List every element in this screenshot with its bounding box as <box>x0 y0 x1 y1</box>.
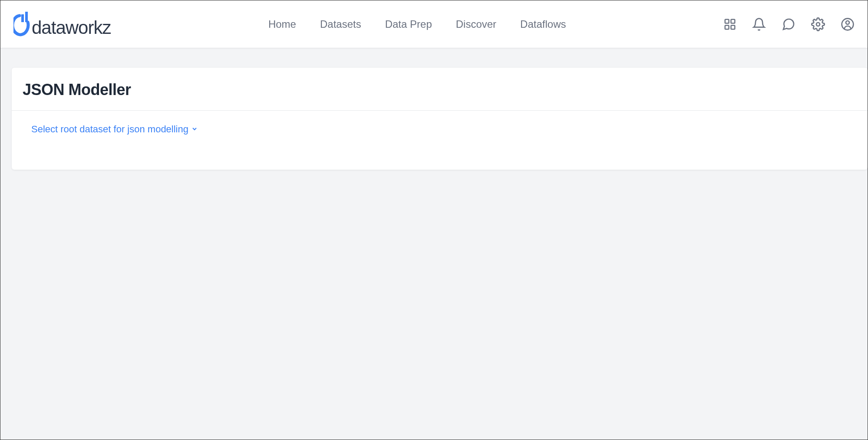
brand-name: dataworkz <box>32 17 111 38</box>
svg-rect-0 <box>21 14 24 22</box>
panel-body: Select root dataset for json modelling <box>12 111 868 157</box>
brand-logo[interactable]: dataworkz <box>13 9 111 39</box>
header-icon-group <box>723 17 855 31</box>
svg-rect-5 <box>731 25 735 29</box>
root-dataset-selector-label: Select root dataset for json modelling <box>31 124 188 135</box>
app-window: dataworkz Home Datasets Data Prep Discov… <box>0 0 868 440</box>
user-profile-icon[interactable] <box>841 17 855 31</box>
svg-rect-1 <box>25 12 28 22</box>
apps-grid-icon[interactable] <box>723 18 736 31</box>
chevron-down-icon <box>191 124 198 135</box>
nav-datasets[interactable]: Datasets <box>320 18 361 30</box>
svg-rect-4 <box>725 25 729 29</box>
svg-rect-3 <box>731 19 735 23</box>
content-area: JSON Modeller Select root dataset for js… <box>0 48 868 170</box>
nav-discover[interactable]: Discover <box>456 18 496 30</box>
notifications-icon[interactable] <box>752 17 766 31</box>
svg-point-6 <box>816 23 820 26</box>
svg-point-8 <box>846 21 849 24</box>
panel-header: JSON Modeller <box>12 68 868 111</box>
json-modeller-panel: JSON Modeller Select root dataset for js… <box>12 68 868 170</box>
settings-icon[interactable] <box>811 17 825 31</box>
brand-logo-icon <box>13 9 31 39</box>
main-nav: Home Datasets Data Prep Discover Dataflo… <box>111 18 723 30</box>
app-header: dataworkz Home Datasets Data Prep Discov… <box>0 0 868 48</box>
page-title: JSON Modeller <box>23 81 857 99</box>
root-dataset-selector[interactable]: Select root dataset for json modelling <box>31 124 198 135</box>
nav-data-prep[interactable]: Data Prep <box>385 18 432 30</box>
nav-home[interactable]: Home <box>268 18 296 30</box>
svg-rect-2 <box>725 19 729 23</box>
chat-icon[interactable] <box>782 17 795 31</box>
nav-dataflows[interactable]: Dataflows <box>520 18 566 30</box>
